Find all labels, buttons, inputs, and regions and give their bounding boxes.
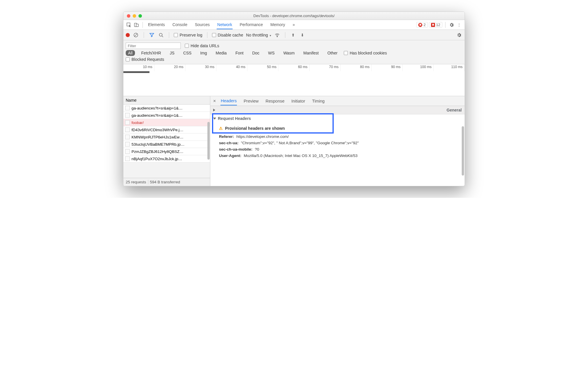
kebab-icon[interactable]: ⋮ [456, 22, 462, 28]
type-css[interactable]: CSS [181, 50, 194, 56]
request-row[interactable]: nBjAqf1PuX7O2nvJbJck.jp… [123, 155, 210, 162]
tab-sources[interactable]: Sources [194, 21, 210, 29]
tab-network[interactable]: Network [217, 21, 233, 29]
chevron-right-icon [213, 109, 445, 112]
dtab-initiator[interactable]: Initiator [291, 97, 306, 105]
headers-body: ⚠Provisional headers are shown Referer: … [210, 123, 465, 162]
file-icon [125, 120, 130, 125]
file-icon [125, 135, 130, 139]
panel-tabs: Elements Console Sources Network Perform… [147, 21, 295, 29]
filter-icon[interactable] [149, 32, 155, 38]
chevron-down-icon [213, 118, 216, 120]
svg-point-5 [159, 33, 162, 36]
dtab-headers[interactable]: Headers [220, 97, 237, 105]
waterfall-activity [123, 71, 149, 73]
hide-data-urls-checkbox[interactable]: Hide data URLs [185, 43, 219, 48]
provisional-warning: ⚠Provisional headers are shown [219, 126, 462, 131]
window-title: DevTools - developer.chrome.com/tags/dev… [123, 14, 465, 18]
requests-header[interactable]: Name [123, 96, 210, 105]
request-count: 25 requests [126, 180, 146, 184]
header-line: User-Agent: Mozilla/5.0 (Macintosh; Inte… [219, 153, 462, 158]
transferred-size: 594 B transferred [150, 180, 180, 184]
header-line: sec-ch-ua-mobile: ?0 [219, 147, 462, 151]
type-media[interactable]: Media [213, 50, 229, 56]
request-row[interactable]: ga-audiences?t=sr&aip=1&… [123, 112, 210, 119]
svg-line-6 [162, 36, 163, 37]
header-line: sec-ch-ua: "Chromium";v="92", " Not A;Br… [219, 140, 462, 145]
dtab-timing[interactable]: Timing [312, 97, 325, 105]
dtab-preview[interactable]: Preview [243, 97, 259, 105]
file-icon [125, 113, 130, 118]
file-icon [125, 156, 130, 161]
devtools-window: DevTools - developer.chrome.com/tags/dev… [123, 12, 465, 186]
request-row[interactable]: ga-audiences?t=sr&aip=1&… [123, 105, 210, 112]
section-general[interactable]: General [210, 106, 465, 114]
type-doc[interactable]: Doc [250, 50, 262, 56]
throttling-select[interactable]: No throttling [246, 33, 271, 37]
blocked-cookies-checkbox[interactable]: Has blocked cookies [344, 51, 387, 55]
filter-bar: Hide data URLs All Fetch/XHR JS CSS Img … [123, 40, 465, 64]
header-line: Referer: https://developer.chrome.com/ [219, 134, 462, 139]
waterfall-ticks: 10 ms 20 ms 30 ms 40 ms 50 ms 60 ms 70 m… [123, 64, 465, 71]
svg-line-4 [134, 33, 138, 36]
file-icon [125, 149, 130, 154]
error-count: 2 [423, 23, 426, 27]
export-har-icon[interactable]: ⬇ [299, 32, 306, 38]
file-icon [125, 142, 130, 147]
close-detail-icon[interactable]: × [213, 98, 216, 104]
file-icon [125, 127, 130, 132]
warning-icon: ⚠ [219, 126, 223, 131]
titlebar: DevTools - developer.chrome.com/tags/dev… [123, 12, 465, 20]
tab-memory[interactable]: Memory [270, 21, 286, 29]
network-toolbar: Preserve log Disable cache No throttling… [123, 30, 465, 40]
filter-input[interactable] [126, 43, 181, 49]
search-icon[interactable] [158, 32, 164, 38]
type-fetch[interactable]: Fetch/XHR [139, 50, 163, 56]
requests-list: Name ga-audiences?t=sr&aip=1&… ga-audien… [123, 96, 210, 186]
section-request-headers[interactable]: Request Headers [210, 114, 465, 123]
clear-icon[interactable] [133, 32, 139, 38]
type-ws[interactable]: WS [266, 50, 277, 56]
request-row[interactable]: PzmJZBgZBJ612Hy8QBSZ… [123, 148, 210, 155]
record-button[interactable] [126, 33, 130, 37]
svg-rect-2 [136, 24, 138, 27]
tab-elements[interactable]: Elements [147, 21, 165, 29]
import-har-icon[interactable]: ⬆ [290, 32, 296, 38]
type-font[interactable]: Font [233, 50, 246, 56]
waterfall-overview[interactable]: 10 ms 20 ms 30 ms 40 ms 50 ms 60 ms 70 m… [123, 64, 465, 96]
type-wasm[interactable]: Wasm [281, 50, 297, 56]
dtab-response[interactable]: Response [265, 97, 285, 105]
status-bar: 25 requests 594 B transferred [123, 178, 210, 186]
tabs-overflow[interactable]: » [292, 21, 295, 29]
type-other[interactable]: Other [325, 50, 340, 56]
separator [445, 22, 445, 28]
scrollbar-thumb[interactable] [207, 122, 210, 160]
scrollbar-thumb[interactable] [462, 126, 464, 176]
detail-tabs: × Headers Preview Response Initiator Tim… [210, 96, 465, 106]
disable-cache-checkbox[interactable]: Disable cache [212, 33, 243, 37]
error-badge[interactable]: ✖2 [416, 22, 428, 28]
split-pane: Name ga-audiences?t=sr&aip=1&… ga-audien… [123, 96, 465, 186]
request-row[interactable]: KMNWpnRJTP6eHJs1wEw… [123, 134, 210, 141]
issues-badge[interactable]: ✖12 [429, 22, 442, 28]
type-manifest[interactable]: Manifest [301, 50, 321, 56]
network-conditions-icon[interactable] [274, 32, 280, 38]
type-img[interactable]: Img [198, 50, 209, 56]
request-row[interactable]: 53IuclsjUVBaBME7MPRb.jp… [123, 141, 210, 148]
separator [143, 22, 143, 28]
device-toggle-icon[interactable] [133, 22, 140, 28]
request-row[interactable]: fD43v6RiVCDlmo3WhVPe.j… [123, 126, 210, 134]
preserve-log-checkbox[interactable]: Preserve log [174, 33, 202, 37]
request-row-error[interactable]: foobar/ [123, 119, 210, 126]
type-js[interactable]: JS [167, 50, 177, 56]
inspect-icon[interactable] [126, 22, 132, 28]
blocked-requests-checkbox[interactable]: Blocked Requests [126, 57, 164, 62]
settings-icon[interactable] [448, 22, 455, 28]
type-all[interactable]: All [126, 50, 135, 56]
settings-icon[interactable] [456, 32, 462, 38]
request-detail: × Headers Preview Response Initiator Tim… [210, 96, 465, 186]
file-icon [125, 106, 130, 110]
svg-point-7 [277, 36, 277, 37]
tab-performance[interactable]: Performance [239, 21, 263, 29]
tab-console[interactable]: Console [172, 21, 188, 29]
